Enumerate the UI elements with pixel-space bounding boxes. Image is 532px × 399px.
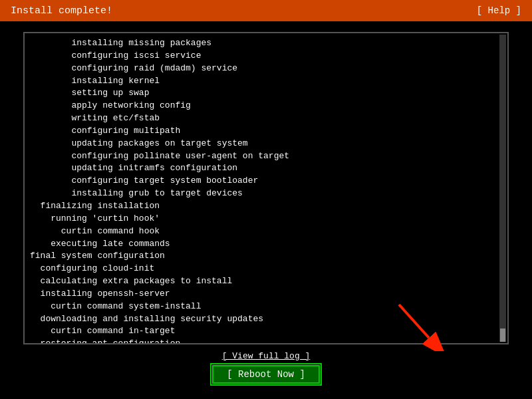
svg-line-1 xyxy=(399,305,429,338)
scrollbar-thumb xyxy=(500,329,505,342)
main-content: installing missing packages configuring … xyxy=(0,21,532,389)
help-button[interactable]: [ Help ] xyxy=(477,5,521,16)
title-text: Install complete! xyxy=(11,5,112,17)
title-bar: Install complete! [ Help ] xyxy=(0,0,532,21)
view-log-link[interactable]: [ View full log ] xyxy=(222,351,311,361)
arrow-container xyxy=(392,298,446,354)
arrow-icon xyxy=(392,298,446,351)
scrollbar[interactable] xyxy=(499,35,506,342)
bottom-buttons: [ View full log ] [ Reboot Now ] xyxy=(212,351,320,384)
reboot-button[interactable]: [ Reboot Now ] xyxy=(212,365,320,384)
